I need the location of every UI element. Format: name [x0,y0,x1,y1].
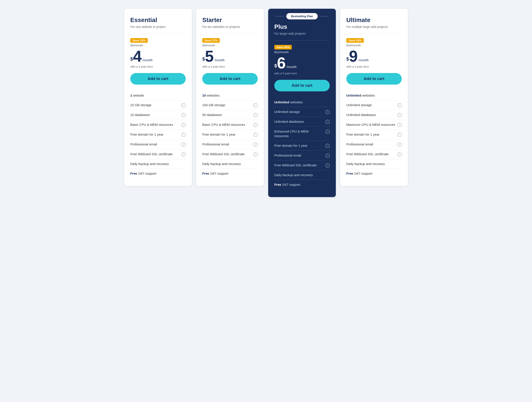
original-price-essential: $6/month [130,43,186,47]
add-to-cart-btn-essential[interactable]: Add to cart [130,73,186,85]
feature-text-plus-1: Unlimited storage [274,109,325,114]
info-icon-essential-4[interactable]: i [181,133,186,137]
info-icon-ultimate-4[interactable]: i [397,133,402,137]
plan-name-plus: Plus [274,23,330,30]
info-icon-ultimate-6[interactable]: i [397,152,402,156]
feature-item-essential-8: Free 24/7 support [130,169,186,178]
feature-bold-starter-0: 10 [202,93,206,97]
plan-desc-essential: For one website or project [130,25,186,29]
info-icon-essential-1[interactable]: i [181,103,186,107]
plan-card-essential: EssentialFor one website or projectSave … [124,9,192,186]
info-icon-starter-4[interactable]: i [253,133,258,137]
info-icon-starter-5[interactable]: i [253,142,258,147]
feature-text-ultimate-0: Unlimited websites [346,93,397,98]
feature-item-starter-4: Free domain for 1 yeari [202,130,258,140]
price-amount-plus: 6 [277,55,286,71]
info-icon-essential-3[interactable]: i [181,123,186,127]
feature-item-starter-5: Professional emaili [202,140,258,149]
feature-item-plus-3: Enhanced CPU & MEM resourcesi [274,127,330,141]
info-icon-ultimate-5[interactable]: i [397,142,402,147]
plan-card-ultimate: UltimateFor multiple large web projectsS… [340,9,408,186]
price-term-essential: with a 3-year term [130,65,186,68]
feature-item-starter-6: Free Wildcard SSL certificatei [202,149,258,159]
info-icon-ultimate-3[interactable]: i [397,123,402,127]
price-term-starter: with a 3-year term [202,65,258,68]
feature-item-ultimate-2: Unlimited databasesi [346,110,402,120]
info-icon-plus-5[interactable]: i [325,154,330,158]
feature-text-starter-7: Daily backup and recovery [202,161,253,166]
price-per-month-starter: /month [215,58,225,62]
original-price-plus: $12/month [274,50,330,54]
price-per-month-plus: /month [286,65,297,69]
divider-starter [202,34,258,34]
info-icon-starter-3[interactable]: i [253,123,258,127]
feature-item-starter-2: 50 databasesi [202,110,258,120]
feature-bold-essential-8: Free [130,172,137,175]
bestselling-badge-wrapper: Bestselling Plan [274,13,330,19]
feature-text-plus-2: Unlimited databases [274,119,325,124]
feature-text-essential-6: Free Wildcard SSL certificate [130,152,181,156]
feature-text-starter-1: 100 GB storage [202,103,253,107]
add-to-cart-btn-plus[interactable]: Add to cart [274,80,330,91]
feature-text-ultimate-7: Daily backup and recovery [346,161,397,166]
price-term-ultimate: with a 3-year term [346,65,402,68]
feature-text-plus-0: Unlimited websites [274,100,325,105]
info-icon-plus-6[interactable]: i [325,163,330,168]
info-icon-starter-6[interactable]: i [253,152,258,156]
info-icon-ultimate-2[interactable]: i [397,113,402,117]
feature-text-plus-4: Free domain for 1 year [274,143,325,148]
pricing-grid: EssentialFor one website or projectSave … [124,9,408,197]
feature-text-plus-3: Enhanced CPU & MEM resources [274,129,325,138]
info-icon-essential-2[interactable]: i [181,113,186,117]
divider-essential [130,34,186,34]
info-icon-plus-1[interactable]: i [325,110,330,114]
feature-text-essential-7: Daily backup and recovery [130,161,181,166]
info-icon-ultimate-1[interactable]: i [397,103,402,107]
feature-item-essential-1: 10 GB storagei [130,100,186,110]
feature-bold-plus-0: Unlimited [274,100,289,104]
info-icon-starter-1[interactable]: i [253,103,258,107]
save-badge-ultimate: Save 43% [346,38,364,43]
feature-text-ultimate-2: Unlimited databases [346,112,397,117]
divider-plus [274,40,330,41]
features-list-ultimate: Unlimited websites Unlimited storagei Un… [346,91,402,178]
price-term-plus: with a 3-year term [274,72,330,75]
price-row-starter: $ 5 /month [202,48,258,64]
feature-bold-starter-8: Free [202,172,209,175]
add-to-cart-btn-starter[interactable]: Add to cart [202,73,258,85]
info-icon-essential-5[interactable]: i [181,142,186,147]
feature-text-ultimate-8: Free 24/7 support [346,171,397,176]
save-badge-essential: Save 33% [130,38,148,43]
feature-item-ultimate-0: Unlimited websites [346,91,402,100]
price-row-essential: $ 4 /month [130,48,186,64]
feature-item-essential-3: Basic CPU & MEM resourcesi [130,120,186,130]
feature-text-essential-5: Professional email [130,142,181,147]
feature-text-starter-2: 50 databases [202,112,253,117]
feature-item-ultimate-3: Maximum CPU & MEM resourcesi [346,120,402,130]
original-price-ultimate: $16/month [346,43,402,47]
plan-desc-plus: For larger web projects [274,32,330,36]
info-icon-plus-4[interactable]: i [325,144,330,148]
feature-text-essential-1: 10 GB storage [130,103,181,107]
feature-item-plus-5: Professional emaili [274,151,330,161]
feature-item-plus-7: Daily backup and recovery [274,170,330,180]
feature-item-plus-8: Free 24/7 support [274,180,330,189]
info-icon-starter-2[interactable]: i [253,113,258,117]
features-list-plus: Unlimited websites Unlimited storagei Un… [274,98,330,189]
feature-item-plus-4: Free domain for 1 yeari [274,141,330,151]
plan-card-starter: StarterFor ten websites or projectsSave … [196,9,264,186]
price-row-plus: $ 6 /month [274,55,330,71]
feature-text-essential-3: Basic CPU & MEM resources [130,122,181,127]
info-icon-essential-6[interactable]: i [181,152,186,156]
add-to-cart-btn-ultimate[interactable]: Add to cart [346,73,402,85]
info-icon-plus-3[interactable]: i [325,130,330,134]
feature-bold-essential-0: 1 [130,93,132,97]
feature-text-starter-0: 10 websites [202,93,253,98]
feature-item-ultimate-6: Free Wildcard SSL certificatei [346,149,402,159]
feature-item-ultimate-7: Daily backup and recovery [346,159,402,169]
info-icon-plus-2[interactable]: i [325,120,330,124]
feature-text-starter-5: Professional email [202,142,253,147]
feature-item-essential-7: Daily backup and recovery [130,159,186,169]
plan-card-plus: Bestselling Plan PlusFor larger web proj… [268,9,336,197]
price-amount-starter: 5 [205,48,214,64]
